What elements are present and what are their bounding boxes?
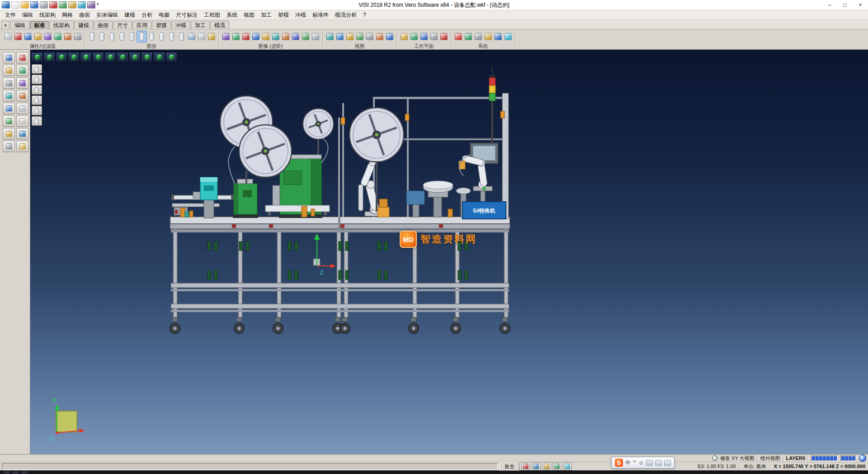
ribbon-icon[interactable]: [429, 31, 439, 42]
ribbon-icon[interactable]: [63, 31, 72, 42]
paste-icon[interactable]: [68, 1, 76, 9]
ribbon-icon[interactable]: [473, 31, 483, 42]
iso-view-icon[interactable]: [43, 52, 55, 62]
ribbon-icon[interactable]: [53, 31, 62, 42]
ribbon-icon[interactable]: [439, 31, 448, 42]
app-icon[interactable]: [2, 1, 10, 9]
tool-icon[interactable]: [16, 115, 28, 127]
wireframe-icon[interactable]: [32, 75, 42, 84]
iso4-view-icon[interactable]: [153, 52, 165, 62]
ribbon-icon[interactable]: [187, 31, 196, 42]
ribbon-icon[interactable]: [13, 31, 23, 42]
menu-item[interactable]: 系统: [223, 10, 241, 20]
tab-item[interactable]: 冲模: [171, 21, 190, 29]
ribbon-icon[interactable]: [271, 31, 280, 42]
iso2-view-icon[interactable]: [129, 52, 141, 62]
toolbar-overflow-caret[interactable]: ▾: [97, 2, 104, 8]
ribbon-icon[interactable]: [241, 31, 250, 42]
ribbon-icon[interactable]: [335, 31, 344, 42]
mic-icon[interactable]: [646, 460, 653, 466]
tool-icon[interactable]: [16, 65, 28, 76]
edit-icon[interactable]: [542, 462, 551, 470]
view-edit-radio-icon[interactable]: [712, 455, 717, 461]
tab-item[interactable]: 线架构: [49, 21, 74, 29]
dynamic-view-icon[interactable]: [165, 52, 177, 62]
menu-item[interactable]: 曲面: [76, 10, 93, 20]
ribbon-icon[interactable]: [365, 31, 374, 42]
hidden-line-icon[interactable]: [32, 85, 42, 95]
tab-item[interactable]: 曲面: [94, 21, 113, 29]
keyboard-icon[interactable]: [655, 460, 662, 466]
menu-item[interactable]: 冲模: [292, 10, 309, 20]
taskbar-icon[interactable]: [22, 471, 28, 474]
ribbon-icon[interactable]: [311, 31, 320, 42]
menu-item[interactable]: 建模: [121, 10, 138, 20]
maximize-button[interactable]: □: [837, 0, 853, 10]
ime-lang[interactable]: 中: [625, 459, 631, 467]
ribbon-icon[interactable]: [375, 31, 384, 42]
undo-icon[interactable]: [78, 1, 86, 9]
ribbon-icon[interactable]: [281, 31, 290, 42]
3d-viewport[interactable]: 5#特殊机 Z Y Z MD 智造资料网: [30, 50, 868, 454]
minimize-button[interactable]: –: [822, 0, 837, 10]
ribbon-icon[interactable]: [325, 31, 335, 42]
menu-item[interactable]: ?: [360, 11, 369, 19]
taskbar-icon[interactable]: [13, 471, 19, 474]
ribbon-icon[interactable]: [43, 31, 52, 42]
tab-item[interactable]: 应用: [132, 21, 151, 29]
print-icon[interactable]: [40, 1, 48, 9]
menu-item[interactable]: 加工: [258, 10, 275, 20]
open-file-icon[interactable]: [21, 1, 29, 9]
menu-item[interactable]: 工程图: [201, 10, 223, 20]
ribbon-icon[interactable]: [177, 31, 186, 42]
ribbon-icon[interactable]: [409, 31, 419, 42]
menu-item[interactable]: 塑模: [275, 10, 292, 20]
menu-item[interactable]: 网格: [59, 10, 76, 20]
ribbon-icon[interactable]: [251, 31, 260, 42]
ribbon-icon[interactable]: [117, 31, 127, 42]
menu-item[interactable]: 尺寸标注: [173, 10, 201, 20]
shaded-view-icon[interactable]: [32, 64, 42, 74]
cube-icon[interactable]: [563, 462, 572, 470]
ribbon-icon[interactable]: [399, 31, 409, 42]
ribbon-icon[interactable]: [33, 31, 42, 42]
tool-icon[interactable]: [3, 65, 15, 76]
menu-item[interactable]: 编辑: [19, 10, 36, 20]
ribbon-icon[interactable]: [147, 31, 156, 42]
toolbox-icon[interactable]: [664, 460, 671, 466]
ribbon-icon[interactable]: [221, 31, 231, 42]
windows-taskbar[interactable]: [0, 470, 868, 474]
back-view-icon[interactable]: [104, 52, 116, 62]
globe-icon[interactable]: [859, 455, 866, 462]
ribbon-icon[interactable]: [3, 31, 13, 42]
ribbon-icon[interactable]: [345, 31, 354, 42]
ribbon-icon[interactable]: [453, 31, 463, 42]
view-menu-icon[interactable]: [31, 52, 43, 62]
new-file-icon[interactable]: [11, 1, 19, 9]
front-view-icon[interactable]: [68, 52, 80, 62]
top-view-icon[interactable]: [56, 52, 67, 62]
tab-item[interactable]: 加工: [191, 21, 210, 29]
ribbon-icon[interactable]: [207, 31, 216, 42]
bottom-view-icon[interactable]: [117, 52, 128, 62]
right-view-icon[interactable]: [80, 52, 92, 62]
tab-item[interactable]: 编辑: [10, 21, 29, 29]
ribbon-icon[interactable]: [355, 31, 364, 42]
layer-label[interactable]: LAYER0: [786, 455, 805, 461]
iso3-view-icon[interactable]: [141, 52, 153, 62]
ribbon-icon[interactable]: [197, 31, 206, 42]
tool-icon[interactable]: [3, 115, 15, 127]
pan-icon[interactable]: [32, 116, 42, 126]
ribbon-icon[interactable]: [385, 31, 394, 42]
ribbon-icon[interactable]: [493, 31, 503, 42]
menu-item[interactable]: 标准件: [309, 10, 332, 20]
snap-all-button[interactable]: 捡全: [500, 462, 519, 471]
tab-item[interactable]: 模流: [210, 21, 229, 29]
view-edit-label[interactable]: 修改 XY 大视图: [720, 455, 755, 462]
zoom-icon[interactable]: [32, 106, 42, 115]
tab-overflow-caret[interactable]: ▾: [1, 21, 9, 29]
menu-item[interactable]: 视图: [241, 10, 258, 20]
tool-icon[interactable]: [16, 103, 28, 114]
tool-icon[interactable]: [3, 77, 15, 89]
absolute-view-label[interactable]: 绝对视图: [760, 455, 780, 462]
